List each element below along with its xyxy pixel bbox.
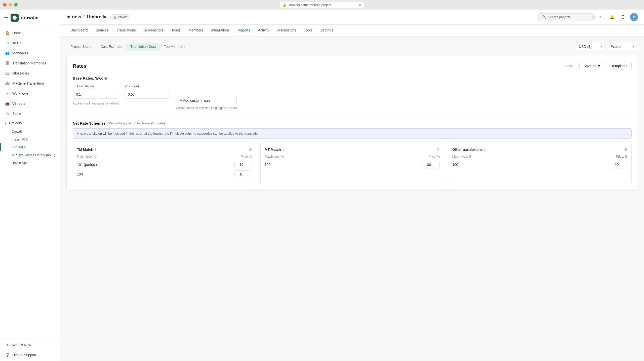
rates-card: Rates Save Save as ▼ Templates Base Rate… [66, 56, 638, 191]
search-box[interactable]: 🔍 / [538, 13, 594, 21]
base-rates-section: Base Rates, $/word Full translation Appl… [73, 76, 632, 110]
card-header: Rates Save Save as ▼ Templates [73, 62, 632, 70]
tab-project-status[interactable]: Project Status [66, 43, 96, 51]
close-button[interactable] [3, 3, 7, 7]
gear-icon[interactable]: ⚙ [624, 147, 627, 152]
sidebar-header: ☰ crowdin [0, 10, 60, 26]
chevron-down-icon: ▼ [597, 64, 601, 68]
subnav-tools[interactable]: Tools [300, 25, 316, 36]
database-icon: 🗄 [5, 61, 10, 66]
check-square-icon: ☑ [5, 41, 10, 46]
mt-price-input-0[interactable] [422, 161, 440, 168]
other-price-input-0[interactable] [610, 161, 627, 168]
tab-cost-estimate[interactable]: Cost Estimate [96, 43, 126, 51]
chat-icon: 💬 [621, 15, 625, 19]
table-row: 100 [265, 161, 440, 168]
info-banner: A new translation will be included in th… [73, 128, 632, 139]
chevron-down-icon: ▼ [600, 45, 602, 48]
add-button[interactable]: + [597, 13, 605, 21]
sidebar: ☰ crowdin 🏠 Home ☑ To Do 👥 Managers 🗄 Tr… [0, 10, 60, 361]
sidebar-item-home[interactable]: 🏠 Home [0, 28, 60, 38]
sidebar-logo [11, 14, 19, 22]
subnav-sources[interactable]: Sources [92, 25, 113, 36]
sidebar-item-vendors[interactable]: 💼 Vendors [0, 98, 60, 109]
users-icon: 👥 [5, 51, 10, 56]
full-translation-input[interactable] [73, 90, 118, 99]
subnav-integrations[interactable]: Integrations [207, 25, 234, 36]
sidebar-navigation: 🏠 Home ☑ To Do 👥 Managers 🗄 Translation … [0, 26, 60, 339]
project-item-raven-app[interactable]: Raven App [0, 159, 60, 167]
projects-section-header[interactable]: ▼ Projects [0, 119, 60, 128]
search-input[interactable] [548, 15, 590, 19]
sidebar-item-glossaries[interactable]: 📖 Glossaries [0, 68, 60, 78]
project-item-impact-ios[interactable]: Impact iOS [0, 135, 60, 143]
sidebar-item-label: To Do [12, 41, 22, 45]
minimize-button[interactable] [9, 3, 12, 7]
unit-select[interactable]: Words ▼ [608, 43, 638, 50]
currency-select[interactable]: USD ($) ▼ [576, 43, 606, 50]
projects-label: Projects [9, 121, 22, 125]
sidebar-item-translation-memories[interactable]: 🗄 Translation Memories [0, 58, 60, 68]
templates-button[interactable]: Templates [607, 62, 632, 70]
sidebar-item-todo[interactable]: ☑ To Do [0, 38, 60, 48]
tm-price-input-1[interactable] [234, 170, 252, 178]
user-avatar[interactable]: M [630, 13, 638, 21]
sidebar-item-label: Managers [12, 51, 28, 55]
mt-match-card: MT Match ℹ ⚙ Match type, % Price, % 100 [260, 143, 444, 184]
search-shortcut: / [592, 15, 595, 19]
messages-button[interactable]: 💬 [619, 13, 627, 21]
applies-hint: Applies to all languages by default [73, 102, 118, 105]
sidebar-item-label: Home [12, 31, 22, 35]
gear-icon[interactable]: ⚙ [436, 147, 440, 152]
address-bar[interactable]: 🔒 crowdin.com/umbrella-project ★ [279, 2, 365, 8]
save-as-button[interactable]: Save as ▼ [579, 62, 605, 70]
home-icon: 🏠 [5, 30, 10, 35]
net-rate-section: Net Rate Schemes (Percentage paid of ful… [73, 121, 632, 184]
crowdin-logo-icon [12, 15, 17, 20]
other-translations-card-header: Other translations ℹ ⚙ [452, 147, 627, 152]
subnav-tasks[interactable]: Tasks [167, 25, 184, 36]
sidebar-item-managers[interactable]: 👥 Managers [0, 48, 60, 58]
add-custom-button[interactable]: + Add custom rates [176, 96, 237, 105]
report-tabs-bar: Project Status Cost Estimate Translation… [66, 43, 638, 51]
maximize-button[interactable] [14, 3, 18, 7]
other-translations-title: Other translations ℹ [452, 148, 486, 152]
subnav-translations[interactable]: Translations [113, 25, 140, 36]
project-item-wp-real[interactable]: WP Real Media Library (un…) [0, 151, 60, 159]
briefcase-icon: 💼 [5, 101, 10, 106]
sidebar-item-whats-new[interactable]: ★ What's New [0, 340, 60, 350]
topbar-right: 🔍 / + 🔔 💬 M [538, 13, 638, 21]
gear-icon[interactable]: ⚙ [249, 147, 252, 152]
project-item-umbrella[interactable]: Umbrella [0, 143, 60, 151]
menu-icon[interactable]: ☰ [4, 15, 8, 20]
subnav-screenshots[interactable]: Screenshots [140, 25, 168, 36]
divider [73, 114, 632, 114]
cpu-icon: 🤖 [5, 81, 10, 86]
sidebar-item-label: Translation Memories [12, 61, 46, 65]
sidebar-item-store[interactable]: 🛍 Store [0, 109, 60, 119]
search-icon: 🔍 [542, 15, 546, 19]
proofread-input[interactable] [125, 90, 170, 99]
sidebar-item-machine-translation[interactable]: 🤖 Machine Translation [0, 78, 60, 88]
project-item-crowdin[interactable]: Crowdin [0, 128, 60, 135]
mt-match-title: MT Match ℹ [265, 148, 284, 152]
url-text: crowdin.com/umbrella-project [289, 3, 331, 7]
tab-translation-cost[interactable]: Translation Cost [126, 43, 160, 51]
sidebar-item-help-support[interactable]: ❓ Help & Support [0, 350, 60, 360]
save-button[interactable]: Save [561, 62, 577, 70]
subnav-reports[interactable]: Reports [234, 25, 254, 36]
match-cards: TM Match ℹ ⚙ Match type, % Price, % 101 … [73, 143, 632, 184]
content-area: Project Status Cost Estimate Translation… [60, 37, 644, 361]
sidebar-item-workflows[interactable]: ⑂ Workflows [0, 88, 60, 98]
notifications-button[interactable]: 🔔 [608, 13, 616, 21]
subnav-activity[interactable]: Activity [254, 25, 273, 36]
rates-title: Rates [73, 63, 86, 69]
tab-top-members[interactable]: Top Members [160, 43, 189, 51]
star-icon: ★ [5, 342, 10, 347]
subnav-settings[interactable]: Settings [316, 25, 337, 36]
subnav-members[interactable]: Members [184, 25, 207, 36]
tm-price-input-0[interactable] [234, 161, 252, 168]
subnav-discussions[interactable]: Discussions [273, 25, 300, 36]
subnav-dashboard[interactable]: Dashboard [66, 25, 92, 36]
net-rate-header: Net Rate Schemes (Percentage paid of ful… [73, 121, 632, 125]
